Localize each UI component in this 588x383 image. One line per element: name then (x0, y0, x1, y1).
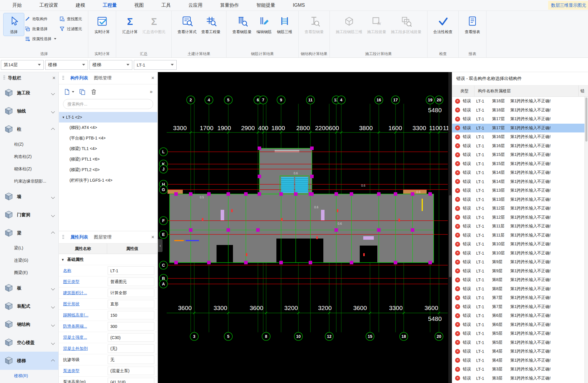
menu-tab-8[interactable]: 算量协作 (211, 0, 248, 11)
close-icon[interactable]: × (52, 75, 55, 81)
property-value-field[interactable]: 300 (108, 322, 154, 331)
cad-viewport[interactable]: 3300170019002900400180028002200600380016… (158, 72, 452, 383)
error-row[interactable]: ×错误LT-1第16层第1跨跨长输入不正确! (452, 142, 584, 151)
error-row[interactable]: ×错误LT-1第11层第1跨跨长输入不正确! (452, 231, 584, 240)
chevron-up-icon[interactable] (52, 231, 54, 236)
property-value-field[interactable]: 普通图元 (108, 278, 154, 286)
floor-selector[interactable]: 第14层 (1, 60, 44, 70)
menu-tab-10[interactable]: IGMS (284, 0, 314, 11)
error-row[interactable]: ×错误LT-1第15层第1跨跨长输入不正确! (452, 150, 584, 159)
chevron-down-icon[interactable] (52, 286, 54, 291)
menu-tab-6[interactable]: 工具 (153, 0, 180, 11)
view-quantity-button[interactable]: 查看工程量 (199, 13, 223, 36)
error-scrollbar-thumb[interactable] (585, 98, 587, 142)
error-row[interactable]: ×错误LT-1第8层第1跨跨长输入不正确! (452, 285, 584, 294)
error-row[interactable]: ×错误LT-1第10层第1跨跨长输入不正确! (452, 249, 584, 258)
property-name[interactable]: 建筑面积计... (59, 290, 107, 296)
component-selector[interactable]: LT-1 (134, 60, 177, 70)
close-icon[interactable]: × (151, 75, 154, 81)
sidebar-subitem[interactable]: 圈梁(E) (0, 267, 58, 279)
property-name[interactable]: 踢脚线高度(... (59, 313, 107, 318)
property-value-field[interactable]: 直形 (108, 300, 154, 308)
category-selector[interactable]: 楼梯 (45, 60, 88, 70)
sidebar-item[interactable]: 墙 (0, 188, 58, 206)
close-icon[interactable]: × (151, 234, 154, 240)
menu-tab-4[interactable]: 工程量 (94, 0, 126, 11)
menu-tab-1[interactable]: 开始 (4, 0, 31, 11)
error-row[interactable]: ×错误LT-1第12层第1跨跨长输入不正确! (452, 213, 584, 222)
sidebar-subitem[interactable]: 柱(Z) (0, 138, 58, 151)
error-row[interactable]: ×错误LT-1第5层第1跨跨长输入不正确! (452, 338, 584, 347)
error-row[interactable]: ×错误LT-1第16层第1跨跨长输入不正确! (452, 132, 584, 142)
find-element-button[interactable]: 查找图元 (59, 14, 82, 23)
sidebar-item[interactable]: 钢结构 (0, 315, 58, 333)
tab-property-list[interactable]: 属性列表 (70, 234, 88, 240)
sidebar-item[interactable]: 装配式 (0, 297, 58, 315)
chevron-down-icon[interactable] (52, 91, 54, 96)
select-button[interactable]: 选择 (4, 13, 24, 36)
column-header-type[interactable]: 类型 (452, 86, 474, 96)
sidebar-subitem[interactable]: 砌体柱(Z) (0, 163, 58, 175)
error-row[interactable]: ×错误LT-1第7层第1跨跨长输入不正确! (452, 302, 584, 311)
panel-collapse-handle[interactable]: ‹ (158, 239, 163, 252)
tab-component-list[interactable]: 构件列表 (70, 75, 88, 81)
tree-item[interactable]: (平台板) PTB-1 <4> (59, 133, 157, 144)
menu-tab-7[interactable]: 云应用 (180, 0, 211, 11)
chevron-down-icon[interactable] (52, 322, 54, 327)
type-selector[interactable]: 楼梯 (89, 60, 132, 70)
expand-more-icon[interactable]: » (150, 89, 153, 95)
sidebar-subitem[interactable]: 梁(L) (0, 242, 58, 254)
delete-button[interactable] (90, 88, 97, 95)
property-value-field[interactable]: (C30) (108, 333, 154, 342)
tree-item[interactable]: (栏杆扶手) LGFS-1 <4> (59, 175, 157, 186)
error-row[interactable]: ×错误LT-1第4层第1跨跨长输入不正确! (452, 347, 584, 356)
sidebar-item[interactable]: 空心楼盖 (0, 333, 58, 352)
property-name[interactable]: 图元形状 (59, 302, 107, 307)
group-twisty-icon[interactable]: ▾ (62, 258, 64, 262)
summary-calc-button[interactable]: Σ汇总计算 (120, 13, 140, 36)
column-header-component-floor[interactable]: 构件名称所属楼层 (474, 86, 579, 96)
filter-element-button[interactable]: 过滤图元 (59, 24, 82, 33)
error-row[interactable]: ×错误LT-1第13层第1跨跨长输入不正确! (452, 195, 584, 204)
error-row[interactable]: ×错误LT-1第17层第1跨跨长输入不正确! (452, 124, 584, 133)
property-name[interactable]: 名称 (59, 268, 107, 273)
new-component-button[interactable] (64, 88, 74, 95)
rebar-3d-button[interactable]: 钢筋三维 (274, 13, 295, 36)
tab-layer-manage[interactable]: 图层管理 (94, 234, 111, 240)
pin-icon[interactable] (3, 75, 6, 81)
chevron-down-icon[interactable] (52, 109, 54, 114)
sidebar-subitem[interactable]: 楼梯(R) (0, 370, 58, 382)
tab-drawing-manage[interactable]: 图纸管理 (94, 75, 111, 81)
error-row[interactable]: ×错误LT-1第6层第1跨跨长输入不正确! (452, 320, 584, 329)
sidebar-item[interactable]: 楼梯 (0, 352, 58, 370)
property-value-field[interactable]: (41.318) (108, 378, 154, 383)
property-name[interactable]: 泵送类型 (59, 368, 107, 374)
sidebar-subitem[interactable]: 构造柱(Z) (0, 151, 58, 163)
error-row[interactable]: ×错误LT-1第11层第1跨跨长输入不正确! (452, 222, 584, 231)
view-rebar-quantity-button[interactable]: 查看钢筋量 (230, 13, 254, 36)
error-row[interactable]: ×错误LT-1第6层第1跨跨长输入不正确! (452, 311, 584, 320)
menu-tab-9[interactable]: 智能提量 (248, 0, 284, 11)
realtime-calc-button[interactable]: 实时计算 (92, 13, 112, 36)
property-value-field[interactable]: 150 (108, 311, 154, 319)
tree-item[interactable]: (梯梁) TL1 <4> (59, 144, 157, 154)
error-row[interactable]: ×错误LT-1第18层第1跨跨长输入不正确! (452, 97, 584, 106)
chevron-up-icon[interactable] (52, 358, 54, 363)
error-row[interactable]: ×错误LT-1第14层第1跨跨长输入不正确! (452, 168, 584, 177)
chevron-up-icon[interactable] (52, 127, 54, 132)
copy-button[interactable] (79, 88, 86, 95)
tree-twisty-icon[interactable]: ▾ (62, 115, 64, 119)
error-row[interactable]: ×错误LT-1第13层第1跨跨长输入不正确! (452, 186, 584, 195)
error-row[interactable]: ×错误LT-1第15层第1跨跨长输入不正确! (452, 159, 584, 168)
corner-note[interactable]: 数层三维显示图元 (548, 1, 588, 10)
property-name[interactable]: 图元类型 (59, 279, 107, 285)
floor-plan-drawing[interactable]: 3300170019002900400180028002200600380016… (158, 72, 452, 383)
error-row[interactable]: ×错误LT-1第4层第1跨跨长输入不正确! (452, 356, 584, 365)
error-row[interactable]: ×错误LT-1第17层第1跨跨长输入不正确! (452, 115, 584, 124)
property-value-field[interactable]: (无) (108, 344, 154, 353)
error-row[interactable]: ×错误LT-1第9层第1跨跨长输入不正确! (452, 258, 584, 267)
property-value-field[interactable]: LT-1 (108, 266, 154, 275)
chevron-down-icon[interactable] (52, 194, 54, 199)
legality-check-button[interactable]: 合法性检查 (431, 13, 455, 36)
tree-item[interactable]: (梯梁) PTL1 <6> (59, 154, 157, 165)
